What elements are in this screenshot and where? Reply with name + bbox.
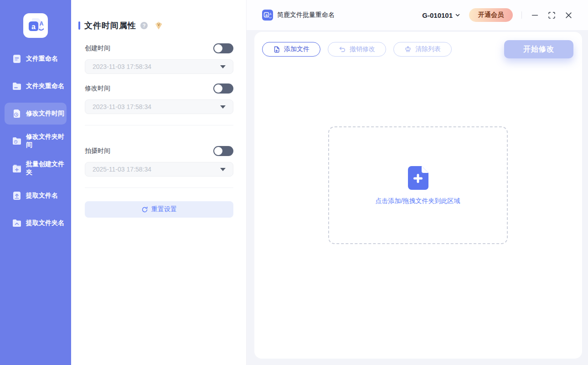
svg-text:a: a <box>265 13 268 17</box>
titlebar-divider <box>521 11 522 19</box>
toolbar: 添加文件 撤销修改 <box>262 40 573 58</box>
creation-time-value: 2023-11-03 17:58:34 <box>93 63 151 70</box>
app-icon: a A <box>262 10 273 21</box>
sidebar-item-folder-rename[interactable]: 文件夹重命名 <box>5 75 67 97</box>
titlebar: a A 简鹿文件批量重命名 G-010101 开通会员 <box>247 0 588 30</box>
folder-rename-icon <box>12 81 22 91</box>
svg-text:V: V <box>157 22 160 27</box>
sidebar-item-label: 修改文件夹时间 <box>26 133 67 149</box>
svg-text:a: a <box>31 23 36 31</box>
capture-time-select[interactable]: 2025-11-03 17:58:34 <box>85 162 233 177</box>
sidebar-item-label: 文件夹重命名 <box>26 82 64 90</box>
start-modify-button[interactable]: 开始修改 <box>504 40 573 58</box>
sidebar-item-modify-folder-time[interactable]: 修改文件夹时间 <box>5 130 67 152</box>
settings-title: 文件时间属性 <box>84 20 136 31</box>
creation-time-label: 创建时间 <box>85 44 110 52</box>
creation-time-select[interactable]: 2023-11-03 17:58:34 <box>85 59 233 74</box>
app-window: a A 文件重命名 文件夹重命名 <box>0 0 588 365</box>
toggle-knob <box>214 147 222 155</box>
dropdown-caret-icon <box>220 105 226 109</box>
time-settings-form: 创建时间 2023-11-03 17:58:34 修改时间 2023-11-03… <box>85 43 233 218</box>
section-divider <box>85 125 233 125</box>
sidebar-item-extract-filename[interactable]: 提取文件名 <box>5 185 67 207</box>
undo-icon <box>339 46 346 53</box>
content-area: 添加文件 撤销修改 <box>247 30 588 365</box>
refresh-icon <box>141 206 148 213</box>
svg-text:A: A <box>40 21 44 27</box>
minimize-button[interactable] <box>531 11 539 19</box>
sidebar-item-file-rename[interactable]: 文件重命名 <box>5 48 67 70</box>
vip-diamond-icon[interactable]: V <box>154 21 164 30</box>
open-vip-button[interactable]: 开通会员 <box>469 8 513 22</box>
settings-panel: 文件时间属性 ? V 创建时间 2023-11-03 17:58:34 修改时间 <box>71 0 246 365</box>
modified-time-toggle[interactable] <box>213 83 233 94</box>
capture-time-toggle[interactable] <box>213 146 233 156</box>
sidebar-item-label: 提取文件夹名 <box>26 219 64 227</box>
chevron-down-icon <box>455 12 460 18</box>
close-button[interactable] <box>564 11 573 19</box>
add-files-label: 添加文件 <box>284 45 309 53</box>
titlebar-right: G-010101 开通会员 <box>422 8 573 22</box>
version-dropdown[interactable]: G-010101 <box>422 11 460 19</box>
app-logo-icon: a A <box>23 13 48 38</box>
folder-extract-icon <box>12 218 22 228</box>
undo-label: 撤销修改 <box>350 45 375 53</box>
capture-time-row: 拍摄时间 <box>85 146 233 156</box>
dropzone[interactable]: 点击添加/拖拽文件夹到此区域 <box>328 126 508 244</box>
help-icon[interactable]: ? <box>140 22 148 29</box>
file-extract-icon <box>12 191 22 201</box>
add-file-icon <box>273 46 280 53</box>
maximize-button[interactable] <box>547 11 556 19</box>
modified-time-select[interactable]: 2023-11-03 17:58:34 <box>85 99 233 114</box>
folder-time-icon <box>12 136 22 146</box>
main-section: a A 简鹿文件批量重命名 G-010101 开通会员 <box>246 0 588 365</box>
sidebar-menu: 文件重命名 文件夹重命名 修改文件时间 修改文件夹时间 <box>0 48 71 234</box>
file-list-card: 添加文件 撤销修改 <box>254 32 582 359</box>
sidebar-item-batch-create-folder[interactable]: 批量创建文件夹 <box>5 157 67 179</box>
clear-list-button[interactable]: 清除列表 <box>393 42 452 57</box>
dropzone-hint: 点击添加/拖拽文件夹到此区域 <box>376 197 460 205</box>
sidebar-item-extract-foldername[interactable]: 提取文件夹名 <box>5 212 67 234</box>
broom-icon <box>404 46 412 53</box>
creation-time-toggle[interactable] <box>213 43 233 53</box>
reset-settings-button[interactable]: 重置设置 <box>85 201 233 218</box>
modified-time-label: 修改时间 <box>85 84 110 93</box>
section-divider <box>85 188 233 188</box>
undo-button[interactable]: 撤销修改 <box>328 42 386 57</box>
toolbar-button-group: 添加文件 撤销修改 <box>262 42 452 57</box>
dropdown-caret-icon <box>220 65 226 68</box>
modified-time-value: 2023-11-03 17:58:34 <box>93 103 151 110</box>
folder-plus-icon <box>12 163 22 173</box>
toggle-knob <box>214 44 222 52</box>
clear-list-label: 清除列表 <box>415 45 441 53</box>
add-file-large-icon <box>407 166 429 190</box>
titlebar-left: a A 简鹿文件批量重命名 <box>262 10 335 21</box>
capture-time-label: 拍摄时间 <box>85 147 110 155</box>
sidebar-item-label: 文件重命名 <box>26 55 58 63</box>
capture-time-value: 2025-11-03 17:58:34 <box>93 166 151 173</box>
file-time-icon <box>12 109 22 119</box>
app-title: 简鹿文件批量重命名 <box>277 11 335 19</box>
settings-header: 文件时间属性 ? V <box>78 20 233 31</box>
version-label: G-010101 <box>422 11 453 19</box>
sidebar-item-modify-file-time[interactable]: 修改文件时间 <box>5 103 67 125</box>
sidebar-item-label: 提取文件名 <box>26 192 58 200</box>
sidebar-item-label: 批量创建文件夹 <box>26 160 67 177</box>
reset-settings-label: 重置设置 <box>151 205 177 214</box>
sidebar: a A 文件重命名 文件夹重命名 <box>0 0 71 365</box>
modified-time-row: 修改时间 <box>85 83 233 94</box>
svg-text:A: A <box>269 12 272 16</box>
creation-time-row: 创建时间 <box>85 43 233 53</box>
logo-container: a A <box>0 0 71 38</box>
title-accent-bar <box>78 21 80 30</box>
add-files-button[interactable]: 添加文件 <box>262 42 320 57</box>
sidebar-item-label: 修改文件时间 <box>26 110 64 118</box>
file-rename-icon <box>12 54 22 64</box>
toggle-knob <box>214 84 222 93</box>
dropdown-caret-icon <box>220 168 226 171</box>
